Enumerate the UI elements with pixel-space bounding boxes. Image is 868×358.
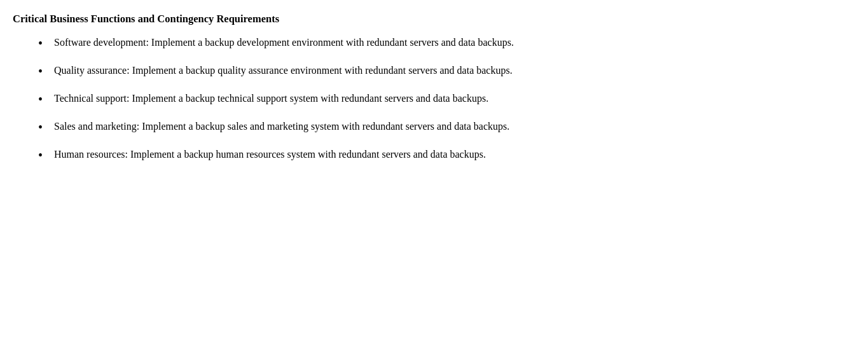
bullet-icon: • <box>38 119 43 135</box>
list-item-text: Technical support: Implement a backup te… <box>54 91 843 106</box>
list-item-text: Software development: Implement a backup… <box>54 35 843 50</box>
list-item: •Sales and marketing: Implement a backup… <box>13 119 843 135</box>
list-item: •Technical support: Implement a backup t… <box>13 91 843 107</box>
page-heading: Critical Business Functions and Continge… <box>13 11 843 26</box>
list-item: •Human resources: Implement a backup hum… <box>13 147 843 163</box>
list-item: •Quality assurance: Implement a backup q… <box>13 63 843 79</box>
list-item-text: Human resources: Implement a backup huma… <box>54 147 843 162</box>
bullet-list: •Software development: Implement a backu… <box>13 35 843 163</box>
list-item: •Software development: Implement a backu… <box>13 35 843 52</box>
list-item-text: Quality assurance: Implement a backup qu… <box>54 63 843 78</box>
list-item-text: Sales and marketing: Implement a backup … <box>54 119 843 134</box>
bullet-icon: • <box>38 147 43 163</box>
bullet-icon: • <box>38 35 43 52</box>
bullet-icon: • <box>38 63 43 79</box>
bullet-icon: • <box>38 91 43 107</box>
